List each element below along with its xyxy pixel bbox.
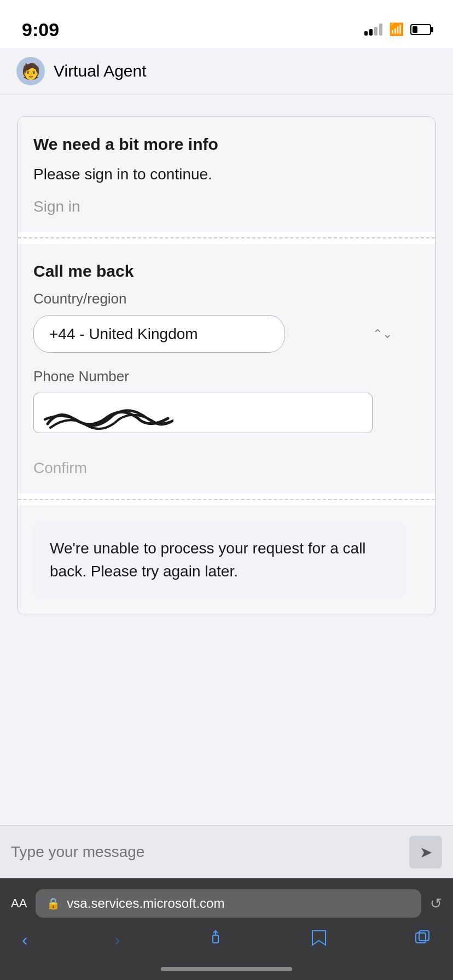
wifi-icon: 📶 — [389, 22, 404, 37]
error-message: We're unable to process your request for… — [33, 522, 405, 598]
chat-container: We need a bit more info Please sign in t… — [18, 116, 435, 615]
url-bar: 🔒 vsa.services.microsoft.com — [36, 889, 421, 918]
status-bar: 9:09 📶 — [0, 0, 453, 48]
error-card: We're unable to process your request for… — [18, 505, 435, 615]
card1-title: We need a bit more info — [33, 133, 420, 155]
url-text: vsa.services.microsoft.com — [67, 896, 224, 911]
phone-input-wrapper — [33, 393, 373, 446]
agent-name: Virtual Agent — [54, 62, 147, 80]
svg-rect-2 — [419, 931, 429, 941]
country-select-wrapper: +44 - United Kingdom +1 - United States … — [33, 315, 420, 353]
card2-title: Call me back — [33, 260, 420, 282]
chat-area: We need a bit more info Please sign in t… — [0, 95, 453, 825]
home-bar — [161, 967, 292, 971]
send-button[interactable]: ➤ — [409, 836, 442, 868]
phone-label: Phone Number — [33, 368, 420, 385]
bookmark-button[interactable] — [311, 929, 327, 950]
divider-2 — [18, 499, 435, 500]
agent-header: 🧑 Virtual Agent — [0, 48, 453, 95]
share-button[interactable] — [207, 929, 224, 950]
callback-card: Call me back Country/region +44 - United… — [18, 244, 435, 493]
divider-1 — [18, 237, 435, 238]
nav-bar: ‹ › — [0, 923, 453, 967]
bookmark-icon — [311, 930, 327, 950]
message-input[interactable] — [11, 843, 400, 861]
forward-button[interactable]: › — [114, 930, 120, 950]
tabs-icon — [414, 930, 431, 950]
browser-bar: AA 🔒 vsa.services.microsoft.com ↺ — [0, 878, 453, 923]
signal-icon — [364, 24, 382, 36]
agent-avatar: 🧑 — [16, 57, 45, 85]
info-card: We need a bit more info Please sign in t… — [18, 117, 435, 232]
sign-in-link[interactable]: Sign in — [33, 198, 80, 215]
back-button[interactable]: ‹ — [22, 930, 28, 950]
reload-button[interactable]: ↺ — [430, 895, 442, 912]
card1-subtitle: Please sign in to continue. — [33, 164, 420, 185]
share-icon — [207, 930, 224, 950]
lock-icon: 🔒 — [47, 897, 60, 910]
home-indicator — [0, 967, 453, 980]
country-select[interactable]: +44 - United Kingdom +1 - United States … — [33, 315, 285, 353]
phone-input[interactable] — [33, 393, 373, 433]
status-icons: 📶 — [364, 22, 431, 37]
message-bar: ➤ — [0, 825, 453, 878]
svg-rect-0 — [213, 935, 218, 943]
status-time: 9:09 — [22, 19, 59, 40]
confirm-button[interactable]: Confirm — [33, 459, 87, 477]
svg-rect-1 — [416, 933, 426, 943]
tabs-button[interactable] — [414, 929, 431, 950]
chevron-down-icon: ⌃⌄ — [373, 327, 392, 341]
battery-icon — [410, 24, 431, 35]
send-icon: ➤ — [420, 843, 432, 861]
country-label: Country/region — [33, 290, 420, 307]
font-size-button[interactable]: AA — [11, 896, 27, 911]
